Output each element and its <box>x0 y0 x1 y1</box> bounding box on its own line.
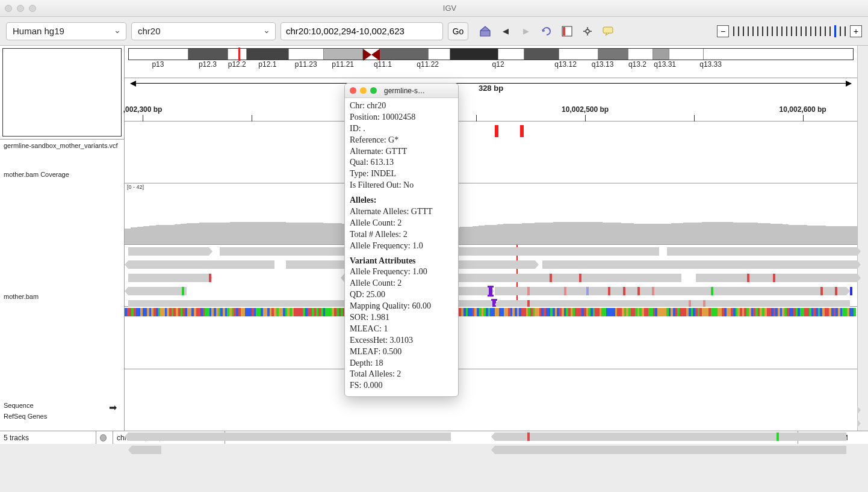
genome-select-label: Human hg19 <box>13 26 64 36</box>
coverage-track-body[interactable]: [0 - 42] <box>125 183 857 245</box>
region-icon[interactable] <box>561 25 573 37</box>
minimize-dot[interactable] <box>17 5 24 12</box>
traffic-lights <box>5 5 36 12</box>
alignment-track-body[interactable] <box>125 245 857 307</box>
refseq-track-body[interactable] <box>125 369 857 431</box>
popup-minimize-icon[interactable] <box>360 87 367 94</box>
close-dot[interactable] <box>5 5 12 12</box>
popup-ac: Allele Count: 2 <box>350 218 453 229</box>
popup-close-icon[interactable] <box>350 87 356 94</box>
tooltip-icon[interactable] <box>602 25 614 37</box>
svg-rect-1 <box>563 27 565 35</box>
status-dot-icon <box>100 434 107 441</box>
toolbar: Human hg19 chr20 Go ◀ ▶ − + <box>0 17 868 46</box>
popup-va-ac: Allele Count: 2 <box>350 278 453 289</box>
home-icon[interactable] <box>479 25 491 37</box>
scrollbar-vertical[interactable] <box>857 46 868 431</box>
popup-eh: ExcessHet: 3.0103 <box>350 335 453 346</box>
window-title: IGV <box>36 4 863 13</box>
chrom-select[interactable]: chr20 <box>131 22 276 40</box>
popup-fs: FS: 0.000 <box>350 380 453 392</box>
alignment-track-label[interactable]: mother.bam <box>0 194 125 399</box>
zoom-out-button[interactable]: − <box>717 25 729 37</box>
variant-track-body[interactable] <box>125 121 857 183</box>
fit-icon[interactable] <box>581 25 594 37</box>
popup-af: Allele Frequency: 1.0 <box>350 241 453 252</box>
ideogram-row[interactable]: p13p12.3p12.2p12.1p11.23p11.21q11.1q11.2… <box>125 46 857 78</box>
coverage-track-label[interactable]: mother.bam Coverage <box>0 168 125 194</box>
popup-ta: Total Alleles: 2 <box>350 369 453 380</box>
popup-title-text: germline-s… <box>384 87 425 95</box>
locus-input[interactable] <box>281 22 443 40</box>
popup-qual: Qual: 613.13 <box>350 157 453 168</box>
range-label: 328 bp <box>475 84 507 93</box>
popup-pos: Position: 10002458 <box>350 112 453 123</box>
ideogram-marker <box>238 48 240 61</box>
popup-type: Type: INDEL <box>350 168 453 180</box>
popup-tot: Total # Alleles: 2 <box>350 229 453 241</box>
popup-mleaf: MLEAF: 0.500 <box>350 346 453 358</box>
variant-track-label[interactable]: germline-sandbox_mother_variants.vcf <box>0 140 125 168</box>
sequence-label-text: Sequence <box>4 402 34 409</box>
popup-alt: Alternate: GTTT <box>350 146 453 158</box>
forward-icon[interactable]: ▶ <box>520 25 532 37</box>
variant-info-popup[interactable]: germline-s… Chr: chr20 Position: 1000245… <box>344 83 459 397</box>
coverage-scale: [0 - 42] <box>127 184 144 190</box>
popup-sor: SOR: 1.981 <box>350 312 453 324</box>
zoom-dot[interactable] <box>29 5 36 12</box>
genome-select[interactable]: Human hg19 <box>6 22 126 40</box>
range-arrow: 328 bp <box>131 83 851 95</box>
zoom-slider: − + <box>717 25 862 38</box>
popup-alt-alleles: Alternate Alleles: GTTT <box>350 206 453 218</box>
toolbar-icons: ◀ ▶ <box>479 25 614 37</box>
popup-alleles-hdr: Alleles: <box>350 195 453 206</box>
left-column: germline-sandbox_mother_variants.vcf mot… <box>0 46 125 431</box>
popup-va-hdr: Variant Attributes <box>350 256 453 267</box>
popup-id: ID: . <box>350 123 453 135</box>
right-column: p13p12.3p12.2p12.1p11.23p11.21q11.1q11.2… <box>125 46 857 431</box>
popup-body: Chr: chr20 Position: 10002458 ID: . Refe… <box>345 98 458 396</box>
refresh-icon[interactable] <box>541 25 553 37</box>
zoom-ticks[interactable] <box>731 25 848 38</box>
arrow-right-icon: ➡ <box>109 402 117 410</box>
popup-va-af: Allele Frequency: 1.00 <box>350 266 453 278</box>
window-titlebar: IGV <box>0 0 868 17</box>
sequence-track-body[interactable] <box>125 307 857 370</box>
status-tracks: 5 tracks <box>0 431 96 444</box>
back-icon[interactable]: ◀ <box>500 25 512 37</box>
status-indicator <box>96 431 113 444</box>
zoom-in-button[interactable]: + <box>850 25 862 37</box>
overview-box <box>0 46 124 140</box>
ruler-row[interactable]: 328 bp ,002,300 bp10,002,500 bp10,002,60… <box>125 78 857 121</box>
popup-titlebar[interactable]: germline-s… <box>345 84 458 98</box>
svg-point-2 <box>586 29 589 33</box>
popup-zoom-icon[interactable] <box>370 87 377 94</box>
popup-chr: Chr: chr20 <box>350 100 453 112</box>
sequence-track-label[interactable]: Sequence➡ <box>0 399 125 410</box>
popup-filt: Is Filtered Out: No <box>350 180 453 191</box>
popup-dp: Depth: 18 <box>350 358 453 369</box>
popup-qd: QD: 25.00 <box>350 289 453 301</box>
ruler-ticks: ,002,300 bp10,002,500 bp10,002,600 bp <box>128 99 854 123</box>
popup-ref: Reference: G* <box>350 135 453 146</box>
refseq-track-label[interactable]: RefSeq Genes <box>0 410 125 431</box>
chrom-select-label: chr20 <box>138 26 161 36</box>
go-button[interactable]: Go <box>448 22 468 40</box>
svg-rect-3 <box>603 27 613 33</box>
popup-mq: Mapping Quality: 60.00 <box>350 301 453 312</box>
popup-mleac: MLEAC: 1 <box>350 324 453 335</box>
